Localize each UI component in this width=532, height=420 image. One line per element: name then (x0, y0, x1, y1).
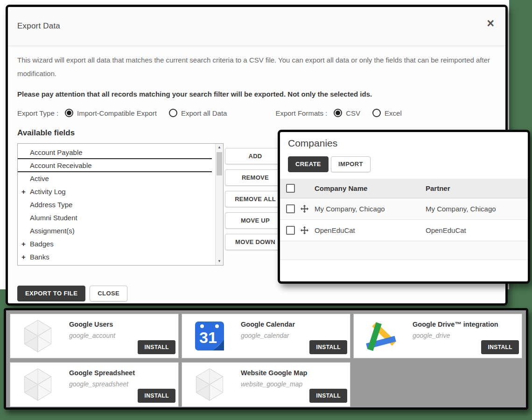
companies-panel: Companies CREATE IMPORT Company Name Par… (278, 130, 530, 284)
install-button[interactable]: INSTALL (309, 340, 347, 354)
install-button[interactable]: INSTALL (138, 389, 175, 403)
radio-label[interactable]: CSV (346, 109, 360, 117)
field-item[interactable]: Active (18, 172, 213, 185)
warning-text: Please pay attention that all records ma… (17, 90, 495, 98)
radio-selected-icon[interactable] (65, 109, 73, 117)
available-fields-listbox[interactable]: Account Payable Account Receivable Activ… (17, 143, 224, 266)
app-title: Google Spreadsheet (69, 369, 135, 377)
drag-handle-icon[interactable] (301, 226, 308, 234)
field-item[interactable]: Account Receivable (18, 159, 213, 172)
drag-handle-icon[interactable] (301, 205, 308, 213)
field-item-label[interactable]: Active (30, 175, 49, 182)
app-tech-name: google_spreadsheet (69, 380, 128, 388)
export-formats-label: Export Formats : (275, 109, 327, 117)
dialog-header: Export Data × (8, 7, 505, 46)
dialog-footer: EXPORT TO FILE CLOSE (17, 286, 127, 301)
dialog-title: Export Data (17, 21, 60, 31)
intro-text: This wizard will export all data that ma… (17, 54, 495, 80)
table-row[interactable]: My Company, Chicago My Company, Chicago (280, 198, 528, 220)
close-button[interactable]: CLOSE (90, 286, 127, 301)
field-item[interactable]: Assignment(s) (18, 224, 213, 238)
module-cube-icon (10, 363, 65, 406)
app-card-website-google-map: Website Google Map website_google_map IN… (182, 362, 350, 407)
field-item-label[interactable]: Assignment(s) (30, 227, 75, 235)
app-tech-name: website_google_map (241, 380, 302, 388)
google-calendar-icon: 31 (182, 314, 237, 358)
table-row[interactable]: OpenEduCat OpenEduCat (280, 220, 528, 241)
field-item-label[interactable]: Banks (30, 253, 49, 261)
export-type-label: Export Type : (17, 109, 58, 117)
field-item-label[interactable]: Badges (30, 240, 54, 248)
field-item-label[interactable]: Alumni Student (30, 214, 77, 222)
select-all-checkbox[interactable] (286, 184, 295, 193)
row-checkbox[interactable] (286, 204, 295, 213)
install-button[interactable]: INSTALL (309, 389, 347, 403)
app-tech-name: google_account (69, 332, 115, 339)
field-item[interactable]: +Activity Log (18, 185, 213, 198)
close-icon[interactable]: × (487, 17, 494, 30)
export-to-file-button[interactable]: EXPORT TO FILE (17, 286, 85, 301)
app-tech-name: google_drive (413, 332, 450, 339)
company-name-header: Company Name (315, 184, 426, 192)
field-action-buttons: ADD REMOVE REMOVE ALL MOVE UP MOVE DOWN (225, 148, 286, 255)
add-button[interactable]: ADD (225, 148, 286, 164)
expand-plus-icon[interactable]: + (21, 238, 26, 251)
app-card-google-drive: Google Drive™ integration google_drive I… (353, 314, 522, 358)
radio-format-excel[interactable]: Excel (372, 109, 402, 117)
radio-selected-icon[interactable] (334, 109, 342, 117)
empty-table-row (280, 241, 528, 260)
app-card-google-spreadsheet: Google Spreadsheet google_spreadsheet IN… (10, 362, 179, 407)
row-checkbox[interactable] (286, 226, 295, 235)
radio-unselected-icon[interactable] (169, 109, 177, 117)
expand-plus-icon[interactable]: + (21, 251, 26, 264)
scroll-up-icon[interactable]: ▲ (216, 144, 223, 151)
table-header-row: Company Name Partner (280, 179, 528, 198)
radio-unselected-icon[interactable] (372, 109, 381, 117)
move-up-button[interactable]: MOVE UP (225, 212, 286, 229)
expand-plus-icon[interactable]: + (21, 185, 26, 198)
create-button[interactable]: CREATE (288, 156, 329, 172)
module-cube-icon (182, 363, 237, 406)
app-title: Google Drive™ integration (413, 321, 498, 328)
partner-header: Partner (426, 184, 528, 192)
partner-cell: OpenEduCat (426, 226, 528, 234)
field-item[interactable]: Account Payable (18, 146, 213, 159)
radio-import-compatible[interactable]: Import-Compatible Export (65, 109, 157, 117)
listbox-scrollbar[interactable]: ▲ ▼ (215, 144, 223, 265)
apps-panel: Google Users google_account INSTALL 31 G… (4, 308, 528, 410)
remove-all-button[interactable]: REMOVE ALL (225, 191, 286, 207)
remove-button[interactable]: REMOVE (225, 169, 286, 186)
scrollbar-thumb[interactable] (217, 152, 222, 175)
module-cube-icon (10, 314, 65, 358)
companies-table: Company Name Partner My Company, Chicago… (280, 179, 528, 281)
import-button[interactable]: IMPORT (331, 156, 371, 172)
app-title: Google Users (69, 321, 113, 328)
available-fields-heading: Available fields (17, 128, 75, 138)
radio-export-all-data[interactable]: Export all Data (169, 109, 227, 117)
export-options-row: Export Type : Import-Compatible Export E… (17, 109, 495, 117)
radio-label[interactable]: Export all Data (181, 109, 227, 117)
move-down-button[interactable]: MOVE DOWN (225, 234, 286, 250)
company-name-cell: OpenEduCat (315, 226, 426, 234)
radio-format-csv[interactable]: CSV (334, 109, 360, 117)
app-card-google-users: Google Users google_account INSTALL (10, 314, 179, 358)
app-card-google-calendar: 31 Google Calendar google_calendar INSTA… (182, 314, 350, 358)
radio-label[interactable]: Import-Compatible Export (77, 109, 157, 117)
field-item[interactable]: +Banks (18, 251, 213, 264)
apps-grid: Google Users google_account INSTALL 31 G… (10, 314, 522, 411)
install-button[interactable]: INSTALL (481, 340, 519, 354)
scroll-down-icon[interactable]: ▼ (216, 258, 223, 265)
install-button[interactable]: INSTALL (138, 340, 175, 354)
svg-text:31: 31 (199, 329, 217, 346)
field-item-label[interactable]: Activity Log (30, 188, 66, 196)
field-item[interactable]: Address Type (18, 198, 213, 211)
app-title: Website Google Map (241, 369, 307, 377)
google-drive-icon (354, 314, 409, 358)
radio-label[interactable]: Excel (385, 109, 402, 117)
field-item[interactable]: Alumni Student (18, 211, 213, 224)
field-item-label[interactable]: Account Payable (30, 148, 83, 156)
field-item[interactable]: +Badges (18, 238, 213, 251)
field-item-label[interactable]: Address Type (30, 201, 72, 209)
field-item-label[interactable]: Account Receivable (30, 161, 92, 169)
company-name-cell: My Company, Chicago (315, 205, 426, 213)
